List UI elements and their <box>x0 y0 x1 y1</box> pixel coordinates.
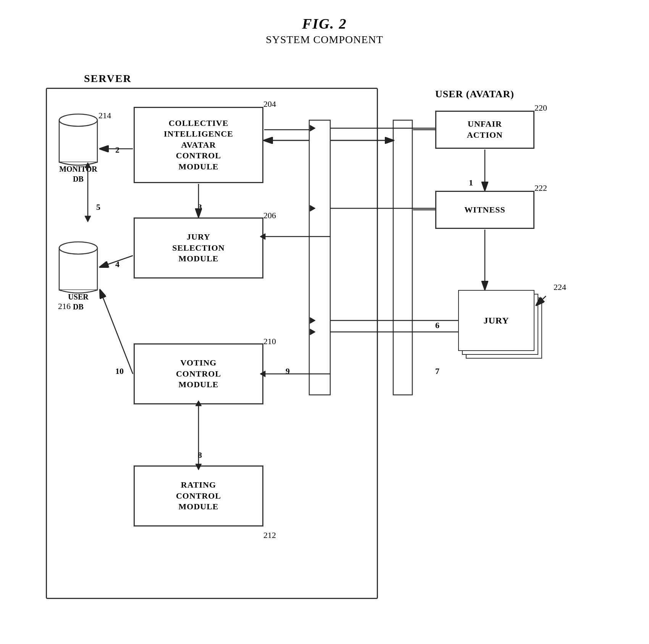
diagram-area: SERVER USER (AVATAR) COLLECTIVE INTELLIG… <box>38 53 611 633</box>
step-6: 6 <box>435 320 439 330</box>
jury-selection-module: JURY SELECTION MODULE <box>134 217 263 279</box>
ref-224: 224 <box>554 282 566 292</box>
step-1: 1 <box>469 178 473 188</box>
ref-206: 206 <box>263 211 276 221</box>
user-db: USER DB <box>57 240 99 312</box>
svg-point-1 <box>59 114 97 126</box>
witness-module: WITNESS <box>435 191 534 229</box>
rating-control-module: RATING CONTROL MODULE <box>134 465 263 526</box>
monitor-db: MONITOR DB <box>57 113 99 184</box>
step-9: 9 <box>286 366 290 376</box>
step-2: 2 <box>115 145 119 155</box>
ref-204: 204 <box>263 99 276 109</box>
step-10: 10 <box>115 366 124 376</box>
ref-220: 220 <box>534 103 547 113</box>
step-4: 4 <box>115 259 119 269</box>
step-3: 3 <box>198 202 202 212</box>
figure-title: FIG. 2 <box>0 0 649 32</box>
svg-rect-7 <box>393 120 412 395</box>
ref-222: 222 <box>534 183 547 193</box>
page: FIG. 2 SYSTEM COMPONENT SERVER USER (AVA… <box>0 0 649 644</box>
figure-subtitle: SYSTEM COMPONENT <box>0 34 649 46</box>
ref-210: 210 <box>263 336 276 346</box>
step-5: 5 <box>96 202 100 212</box>
unfair-action-module: UNFAIR ACTION <box>435 111 534 149</box>
ref-216: 216 <box>58 301 71 311</box>
voting-control-module: VOTING CONTROL MODULE <box>134 343 263 404</box>
ref-214: 214 <box>98 111 111 121</box>
collective-intelligence-module: COLLECTIVE INTELLIGENCE AVATAR CONTROL M… <box>134 107 263 183</box>
user-avatar-label: USER (AVATAR) <box>435 89 514 100</box>
step-8: 8 <box>198 450 202 460</box>
svg-point-3 <box>59 242 97 254</box>
step-7: 7 <box>435 366 439 376</box>
server-label: SERVER <box>84 72 132 85</box>
ref-212: 212 <box>263 530 276 540</box>
